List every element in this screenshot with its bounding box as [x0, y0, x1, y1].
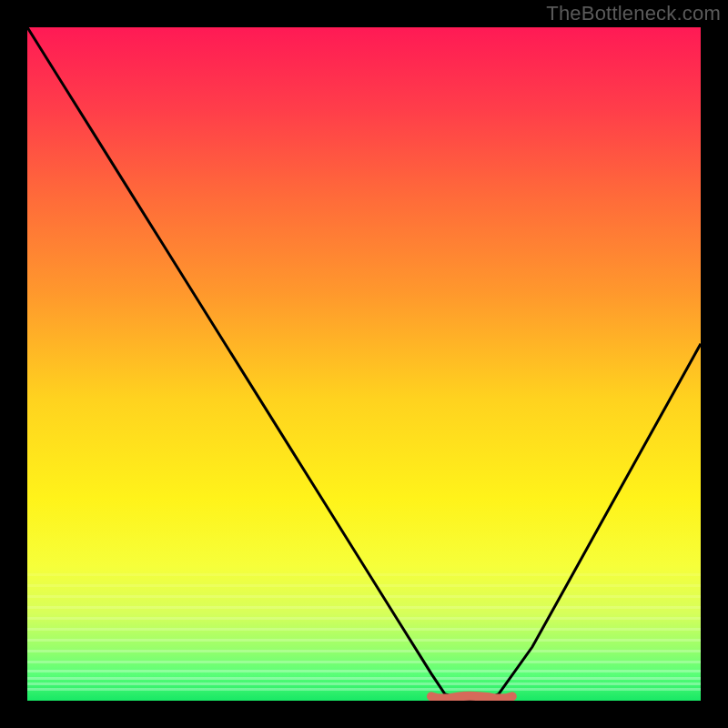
bottleneck-curve-path [27, 27, 701, 701]
curve-svg [27, 27, 701, 701]
watermark-text: TheBottleneck.com [546, 2, 721, 25]
chart-frame: TheBottleneck.com [0, 0, 728, 728]
plot-area [27, 27, 701, 701]
trough-marker [431, 696, 512, 699]
